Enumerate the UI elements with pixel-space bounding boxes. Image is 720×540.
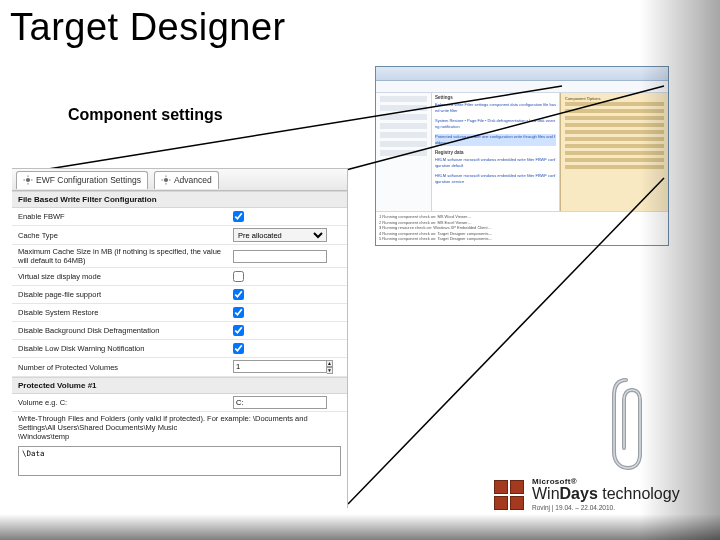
setting-label: Disable System Restore [18,308,233,317]
setting-label: Number of Protected Volumes [18,363,233,372]
virtual-size-checkbox[interactable] [233,271,244,282]
ide-mid-heading: Settings [435,95,556,100]
row-max-cache: Maximum Cache Size in MB (if nothing is … [12,245,347,268]
tabs: EWF Configuration Settings Advanced [12,169,347,191]
setting-label: Disable page-file support [18,290,233,299]
ide-window: Settings Enhanced Write Filter settings … [375,66,669,246]
logo-tiles-icon [494,480,524,510]
cache-type-select[interactable]: Pre allocated [233,228,327,242]
logo-brand: WinDays technology [532,486,680,503]
disable-pagefile-checkbox[interactable] [233,289,244,300]
tab-advanced[interactable]: Advanced [154,171,219,189]
tab-label: EWF Configuration Settings [36,175,141,185]
ide-toolbar [376,81,668,93]
ide-titlebar [376,67,668,81]
disable-defrag-checkbox[interactable] [233,325,244,336]
logo-subline: Rovinj | 19.04. – 22.04.2010. [532,505,680,512]
disable-restore-checkbox[interactable] [233,307,244,318]
setting-label: Maximum Cache Size in MB (if nothing is … [18,247,233,265]
volume-input[interactable] [233,396,327,409]
setting-label: Volume e.g. C: [18,398,233,407]
disable-lowdisk-checkbox[interactable] [233,343,244,354]
svg-rect-10 [165,183,166,185]
max-cache-input[interactable] [233,250,327,263]
setting-label: Disable Background Disk Defragmentation [18,326,233,335]
row-num-volumes: Number of Protected Volumes ▲▼ [12,358,347,377]
ide-output-pane: 1 Running component check on: MS Word Vi… [376,211,668,245]
row-disable-lowdisk: Disable Low Disk Warning Notification [12,340,347,358]
row-enable-fbwf: Enable FBWF [12,208,347,226]
row-cache-type: Cache Type Pre allocated [12,226,347,245]
svg-rect-9 [165,175,166,177]
setting-label: Virtual size display mode [18,272,233,281]
spin-up[interactable]: ▲ [327,360,333,367]
settings-panel: EWF Configuration Settings Advanced File… [12,168,348,508]
row-disable-pagefile: Disable page-file support [12,286,347,304]
svg-rect-7 [31,180,33,181]
num-volumes-input[interactable] [233,360,327,373]
svg-rect-4 [28,175,29,177]
gear-icon [23,175,33,185]
paperclip-icon [606,372,646,472]
section-fbwf: File Based Write Filter Configuration [12,191,347,208]
enable-fbwf-checkbox[interactable] [233,211,244,222]
row-writethru-label: Write-Through Files and Folders (only va… [12,412,347,443]
row-volume: Volume e.g. C: [12,394,347,412]
writethru-label: Write-Through Files and Folders (only va… [18,414,341,441]
slide-subtitle: Component settings [68,106,223,124]
svg-rect-11 [161,180,163,181]
setting-label: Enable FBWF [18,212,233,221]
windays-logo: Microsoft® WinDays technology Rovinj | 1… [494,472,694,518]
spin-down[interactable]: ▼ [327,367,333,374]
gear-icon [161,175,171,185]
writethru-textarea[interactable] [18,446,341,476]
section-volume1: Protected Volume #1 [12,377,347,394]
svg-rect-6 [23,180,25,181]
svg-rect-5 [28,183,29,185]
slide-title: Target Designer [10,6,286,49]
setting-label: Disable Low Disk Warning Notification [18,344,233,353]
ide-mid-heading-2: Registry data [435,150,556,155]
ide-log-line: 5 Running component check on: Target Des… [379,236,665,242]
tab-ewf-config[interactable]: EWF Configuration Settings [16,171,148,189]
row-disable-defrag: Disable Background Disk Defragmentation [12,322,347,340]
row-disable-restore: Disable System Restore [12,304,347,322]
svg-rect-12 [169,180,171,181]
tab-label: Advanced [174,175,212,185]
setting-label: Cache Type [18,231,233,240]
svg-point-3 [26,178,30,182]
row-virtual-size: Virtual size display mode [12,268,347,286]
svg-point-8 [164,178,168,182]
